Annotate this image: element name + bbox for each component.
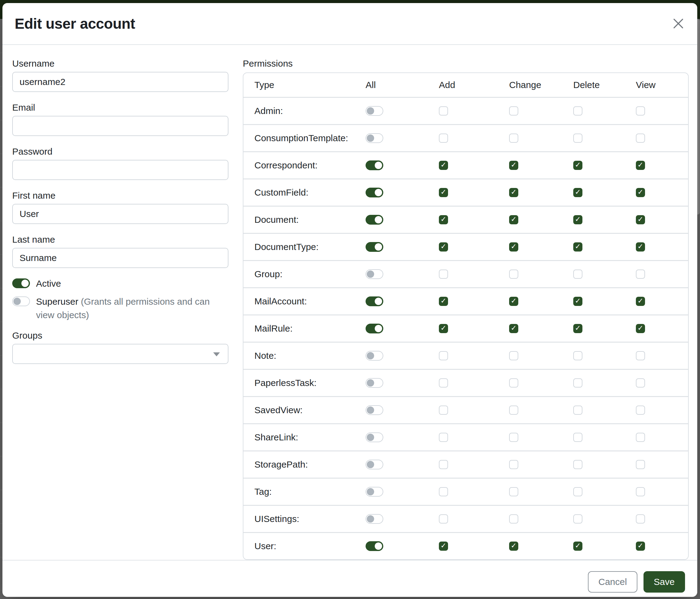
permission-add-checkbox[interactable] (439, 134, 448, 143)
permission-add-checkbox[interactable] (439, 351, 448, 360)
permission-view-checkbox[interactable] (636, 542, 645, 551)
permission-view-checkbox[interactable] (636, 460, 645, 469)
permission-delete-checkbox[interactable] (573, 433, 582, 442)
last-name-input[interactable] (12, 248, 228, 268)
permission-delete-checkbox[interactable] (573, 297, 582, 306)
permission-add-checkbox[interactable] (439, 242, 448, 251)
permission-change-checkbox[interactable] (509, 351, 518, 360)
permission-change-checkbox[interactable] (509, 542, 518, 551)
permission-change-checkbox[interactable] (509, 487, 518, 496)
permission-change-checkbox[interactable] (509, 242, 518, 251)
permission-add-checkbox[interactable] (439, 433, 448, 442)
permission-delete-checkbox[interactable] (573, 460, 582, 469)
permission-all-toggle[interactable] (366, 405, 383, 415)
username-input[interactable] (12, 72, 228, 92)
permission-delete-checkbox[interactable] (573, 269, 582, 279)
permission-all-toggle[interactable] (366, 541, 383, 551)
permission-delete-checkbox[interactable] (573, 487, 582, 496)
permission-change-checkbox[interactable] (509, 433, 518, 442)
permission-all-toggle[interactable] (366, 432, 383, 442)
permission-all-toggle[interactable] (366, 269, 383, 279)
permission-delete-checkbox[interactable] (573, 161, 582, 170)
permission-view-checkbox[interactable] (636, 297, 645, 306)
permission-change-checkbox[interactable] (509, 297, 518, 306)
permission-view-checkbox[interactable] (636, 406, 645, 415)
permission-add-checkbox[interactable] (439, 487, 448, 496)
permission-all-toggle[interactable] (366, 188, 383, 197)
first-name-input[interactable] (12, 204, 228, 224)
permission-change-checkbox[interactable] (509, 514, 518, 524)
permission-type-label: ConsumptionTemplate: (254, 133, 348, 143)
permission-delete-checkbox[interactable] (573, 542, 582, 551)
permission-view-checkbox[interactable] (636, 324, 645, 333)
permission-view-checkbox[interactable] (636, 269, 645, 279)
permission-view-checkbox[interactable] (636, 433, 645, 442)
permission-delete-checkbox[interactable] (573, 215, 582, 224)
password-input[interactable] (12, 160, 228, 180)
permission-delete-checkbox[interactable] (573, 514, 582, 524)
permission-delete-checkbox[interactable] (573, 324, 582, 333)
permission-type-label: SavedView: (254, 405, 303, 415)
permission-view-checkbox[interactable] (636, 351, 645, 360)
permission-view-checkbox[interactable] (636, 514, 645, 524)
permission-add-checkbox[interactable] (439, 215, 448, 224)
email-input[interactable] (12, 116, 228, 136)
permission-view-checkbox[interactable] (636, 242, 645, 251)
permission-view-checkbox[interactable] (636, 215, 645, 224)
permission-view-checkbox[interactable] (636, 378, 645, 387)
permission-all-toggle[interactable] (366, 106, 383, 116)
permission-change-checkbox[interactable] (509, 215, 518, 224)
permission-change-checkbox[interactable] (509, 188, 518, 197)
permission-delete-checkbox[interactable] (573, 106, 582, 116)
permission-type-label: MailRule: (254, 324, 293, 334)
permission-add-checkbox[interactable] (439, 269, 448, 279)
permission-add-checkbox[interactable] (439, 514, 448, 524)
permission-add-checkbox[interactable] (439, 406, 448, 415)
cancel-button[interactable]: Cancel (588, 571, 637, 593)
permission-view-checkbox[interactable] (636, 106, 645, 116)
permission-add-checkbox[interactable] (439, 542, 448, 551)
permission-view-checkbox[interactable] (636, 188, 645, 197)
permission-add-checkbox[interactable] (439, 161, 448, 170)
permission-add-checkbox[interactable] (439, 297, 448, 306)
permission-delete-checkbox[interactable] (573, 406, 582, 415)
permission-delete-checkbox[interactable] (573, 188, 582, 197)
permission-delete-checkbox[interactable] (573, 378, 582, 387)
permission-change-checkbox[interactable] (509, 378, 518, 387)
permission-all-toggle[interactable] (366, 487, 383, 497)
permission-change-checkbox[interactable] (509, 324, 518, 333)
permission-all-toggle[interactable] (366, 460, 383, 470)
permission-delete-checkbox[interactable] (573, 351, 582, 360)
permission-add-checkbox[interactable] (439, 324, 448, 333)
permission-view-checkbox[interactable] (636, 134, 645, 143)
close-button[interactable] (672, 17, 685, 30)
permission-all-toggle[interactable] (366, 161, 383, 170)
permission-delete-checkbox[interactable] (573, 242, 582, 251)
permission-add-checkbox[interactable] (439, 378, 448, 387)
permission-view-checkbox[interactable] (636, 487, 645, 496)
permission-all-toggle[interactable] (366, 133, 383, 143)
permission-change-checkbox[interactable] (509, 406, 518, 415)
permission-change-checkbox[interactable] (509, 460, 518, 469)
permission-all-toggle[interactable] (366, 514, 383, 524)
permission-row: Group: (243, 260, 688, 287)
permission-change-checkbox[interactable] (509, 161, 518, 170)
permission-all-toggle[interactable] (366, 378, 383, 388)
permission-change-checkbox[interactable] (509, 134, 518, 143)
active-toggle[interactable] (12, 279, 30, 288)
permission-change-checkbox[interactable] (509, 269, 518, 279)
permission-all-toggle[interactable] (366, 351, 383, 361)
permission-add-checkbox[interactable] (439, 188, 448, 197)
permission-add-checkbox[interactable] (439, 106, 448, 116)
permission-all-toggle[interactable] (366, 242, 383, 252)
superuser-toggle[interactable] (12, 296, 30, 306)
permission-all-toggle[interactable] (366, 215, 383, 224)
permission-all-toggle[interactable] (366, 296, 383, 306)
save-button[interactable]: Save (644, 571, 685, 593)
permission-view-checkbox[interactable] (636, 161, 645, 170)
permission-add-checkbox[interactable] (439, 460, 448, 469)
permission-delete-checkbox[interactable] (573, 134, 582, 143)
groups-select[interactable] (12, 344, 228, 364)
permission-all-toggle[interactable] (366, 324, 383, 333)
permission-change-checkbox[interactable] (509, 106, 518, 116)
